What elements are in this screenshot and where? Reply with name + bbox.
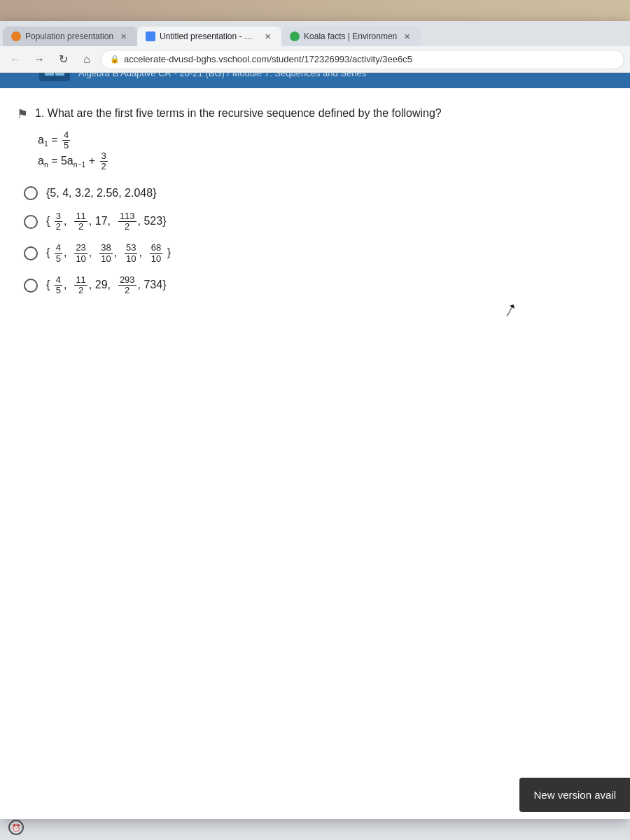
- tab-favicon-2: [146, 31, 155, 41]
- radio-b[interactable]: [24, 215, 38, 229]
- question-header: ⚑ 1. What are the first five terms in th…: [17, 105, 613, 122]
- fraction-4-5: 4 5: [62, 130, 70, 151]
- tab-close-2[interactable]: ✕: [262, 31, 273, 42]
- radio-d[interactable]: [24, 279, 38, 293]
- back-button[interactable]: ←: [6, 50, 25, 69]
- url-display: accelerate-dvusd-bghs.vschool.com/studen…: [124, 54, 412, 64]
- frac-38-10-c: 3810: [99, 243, 112, 264]
- lock-icon: 🔒: [110, 55, 120, 64]
- frac-11-2-b: 112: [74, 211, 87, 232]
- new-version-toast: New version avail: [519, 778, 630, 812]
- tab-favicon-3: [290, 31, 300, 41]
- tab-close-1[interactable]: ✕: [118, 31, 129, 42]
- frac-4-5-d: 45: [55, 275, 62, 296]
- option-d-text: { 45, 112, 29, 2932, 734}: [46, 275, 167, 296]
- frac-293-2-d: 2932: [118, 275, 136, 296]
- tab-label-3: Koala facts | Environmen: [304, 31, 397, 41]
- frac-4-5-c: 45: [55, 243, 62, 264]
- tab-untitled[interactable]: Untitled presentation - Google ✕: [137, 27, 281, 46]
- question-number: 1.: [35, 107, 44, 119]
- forward-button[interactable]: →: [29, 50, 49, 69]
- option-b-text: { 32, 112, 17, 1132, 523}: [46, 211, 167, 232]
- tab-label-1: Population presentation: [25, 31, 113, 41]
- option-b[interactable]: { 32, 112, 17, 1132, 523}: [24, 211, 613, 232]
- radio-c[interactable]: [24, 246, 38, 260]
- formula-line-2: an = 5an−1 + 3 2: [38, 151, 613, 172]
- tab-close-3[interactable]: ✕: [401, 31, 412, 42]
- frac-68-10-c: 6810: [150, 243, 162, 264]
- formula-line-1: a1 = 4 5: [38, 130, 613, 151]
- frac-113-2-b: 1132: [118, 211, 136, 232]
- home-button[interactable]: ⌂: [77, 50, 97, 69]
- option-d[interactable]: { 45, 112, 29, 2932, 734}: [24, 275, 613, 296]
- option-a[interactable]: {5, 4, 3.2, 2.56, 2.048}: [24, 186, 613, 200]
- fraction-3-2: 3 2: [100, 151, 108, 172]
- tab-favicon-1: [11, 31, 21, 41]
- frac-23-10-c: 2310: [74, 243, 87, 264]
- option-c-text: { 45, 2310, 3810, 5310, 6810 }: [46, 243, 171, 264]
- frac-53-10-c: 5310: [125, 243, 137, 264]
- question-formula: a1 = 4 5 an = 5an−1 + 3 2: [38, 130, 613, 172]
- question-body: What are the first five terms in the rec…: [48, 107, 442, 119]
- answer-options: {5, 4, 3.2, 2.56, 2.048} { 32, 112, 17, …: [24, 186, 613, 296]
- radio-a[interactable]: [24, 186, 38, 200]
- main-content: ⚑ 1. What are the first five terms in th…: [0, 88, 630, 327]
- toast-text: New version avail: [533, 789, 616, 801]
- browser-window: Population presentation ✕ Untitled prese…: [0, 21, 630, 819]
- clock-icon: ⏰: [8, 820, 24, 835]
- question-text: 1. What are the first five terms in the …: [35, 105, 442, 122]
- tab-koala[interactable]: Koala facts | Environmen ✕: [281, 27, 421, 46]
- content-area: ou have an unverified email address or m…: [0, 21, 630, 819]
- browser-chrome: Population presentation ✕ Untitled prese…: [0, 21, 630, 73]
- tab-bar: Population presentation ✕ Untitled prese…: [0, 21, 630, 46]
- tab-label-2: Untitled presentation - Google: [160, 31, 258, 41]
- question-block: ⚑ 1. What are the first five terms in th…: [17, 105, 613, 296]
- reload-button[interactable]: ↻: [53, 50, 73, 69]
- frac-3-2-b: 32: [55, 211, 62, 232]
- bookmark-icon: ⚑: [17, 106, 28, 122]
- tab-population[interactable]: Population presentation ✕: [3, 27, 137, 46]
- option-c[interactable]: { 45, 2310, 3810, 5310, 6810 }: [24, 243, 613, 264]
- omnibox[interactable]: 🔒 accelerate-dvusd-bghs.vschool.com/stud…: [101, 50, 624, 69]
- omnibox-bar: ← → ↻ ⌂ 🔒 accelerate-dvusd-bghs.vschool.…: [0, 46, 630, 73]
- option-a-text: {5, 4, 3.2, 2.56, 2.048}: [46, 187, 156, 200]
- frac-11-2-d: 112: [74, 275, 87, 296]
